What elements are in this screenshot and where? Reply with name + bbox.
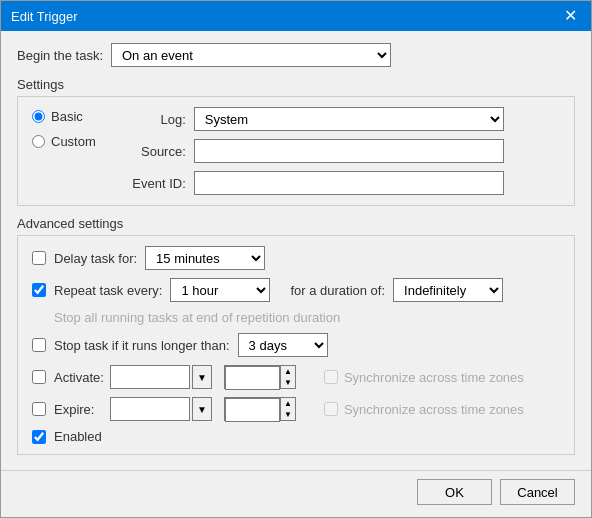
- repeat-select[interactable]: 1 hour 30 minutes 2 hours: [170, 278, 270, 302]
- stop-msg-row: Stop all running tasks at end of repetit…: [54, 310, 560, 325]
- advanced-label: Advanced settings: [17, 216, 575, 231]
- repeat-label[interactable]: Repeat task every:: [54, 283, 162, 298]
- delay-checkbox[interactable]: [32, 251, 46, 265]
- log-select[interactable]: System Application Security: [194, 107, 504, 131]
- activate-row: Activate: 09.03.2019 ▼ 01:15:51 ▲ ▼: [32, 365, 560, 389]
- begin-task-row: Begin the task: On an event On a schedul…: [17, 43, 575, 67]
- expire-calendar-btn[interactable]: ▼: [192, 397, 212, 421]
- expire-time-input[interactable]: 01:15:51: [225, 398, 280, 422]
- expire-date-input[interactable]: 09.03.2020: [110, 397, 190, 421]
- enabled-row: Enabled: [32, 429, 560, 444]
- expire-sync-checkbox[interactable]: [324, 402, 338, 416]
- expire-sync-row: Synchronize across time zones: [324, 402, 524, 417]
- eventid-label: Event ID:: [116, 176, 186, 191]
- ok-button[interactable]: OK: [417, 479, 492, 505]
- stop-longer-checkbox[interactable]: [32, 338, 46, 352]
- duration-label: for a duration of:: [290, 283, 385, 298]
- expire-date-wrapper: 09.03.2020 ▼: [110, 397, 212, 421]
- stop-longer-row: Stop task if it runs longer than: 3 days…: [32, 333, 560, 357]
- expire-row: Expire: 09.03.2020 ▼ 01:15:51 ▲ ▼: [32, 397, 560, 421]
- activate-sync-row: Synchronize across time zones: [324, 370, 524, 385]
- custom-radio-row: Custom: [32, 134, 96, 149]
- activate-sync-label: Synchronize across time zones: [344, 370, 524, 385]
- activate-time-input[interactable]: 01:15:51: [225, 366, 280, 390]
- cancel-button[interactable]: Cancel: [500, 479, 575, 505]
- delay-row: Delay task for: 15 minutes 30 minutes 1 …: [32, 246, 560, 270]
- begin-task-select[interactable]: On an event On a schedule At log on At s…: [111, 43, 391, 67]
- expire-time-wrapper: 01:15:51 ▲ ▼: [224, 397, 296, 421]
- expire-time-spin: ▲ ▼: [280, 398, 295, 420]
- settings-inner: Basic Custom Log: System: [32, 107, 560, 195]
- settings-form: Log: System Application Security Source:…: [116, 107, 504, 195]
- activate-label[interactable]: Activate:: [54, 370, 102, 385]
- expire-checkbox[interactable]: [32, 402, 46, 416]
- enabled-label[interactable]: Enabled: [54, 429, 102, 444]
- enabled-checkbox[interactable]: [32, 430, 46, 444]
- activate-date-input[interactable]: 09.03.2019: [110, 365, 190, 389]
- source-label: Source:: [116, 144, 186, 159]
- source-input[interactable]: Power-Troubleshooter: [194, 139, 504, 163]
- activate-calendar-btn[interactable]: ▼: [192, 365, 212, 389]
- basic-label[interactable]: Basic: [51, 109, 83, 124]
- source-row: Source: Power-Troubleshooter: [116, 139, 504, 163]
- activate-time-down[interactable]: ▼: [281, 377, 295, 388]
- log-row: Log: System Application Security: [116, 107, 504, 131]
- log-label: Log:: [116, 112, 186, 127]
- advanced-box: Delay task for: 15 minutes 30 minutes 1 …: [17, 235, 575, 455]
- eventid-input[interactable]: 1: [194, 171, 504, 195]
- basic-radio[interactable]: [32, 110, 45, 123]
- advanced-section: Advanced settings Delay task for: 15 min…: [17, 216, 575, 455]
- expire-sync-label: Synchronize across time zones: [344, 402, 524, 417]
- stop-longer-select[interactable]: 3 days 1 day 1 hour: [238, 333, 328, 357]
- stop-longer-label[interactable]: Stop task if it runs longer than:: [54, 338, 230, 353]
- radio-col: Basic Custom: [32, 107, 96, 195]
- delay-label[interactable]: Delay task for:: [54, 251, 137, 266]
- settings-section: Settings Basic Custom: [17, 77, 575, 206]
- activate-sync-checkbox[interactable]: [324, 370, 338, 384]
- custom-radio[interactable]: [32, 135, 45, 148]
- expire-time-up[interactable]: ▲: [281, 398, 295, 409]
- delay-select[interactable]: 15 minutes 30 minutes 1 hour: [145, 246, 265, 270]
- begin-task-label: Begin the task:: [17, 48, 103, 63]
- dialog-footer: OK Cancel: [1, 470, 591, 517]
- basic-radio-row: Basic: [32, 109, 96, 124]
- dialog-content: Begin the task: On an event On a schedul…: [1, 31, 591, 470]
- duration-select[interactable]: Indefinitely 1 hour 30 minutes: [393, 278, 503, 302]
- title-bar: Edit Trigger ✕: [1, 1, 591, 31]
- activate-time-spin: ▲ ▼: [280, 366, 295, 388]
- expire-time-down[interactable]: ▼: [281, 409, 295, 420]
- custom-label[interactable]: Custom: [51, 134, 96, 149]
- activate-checkbox[interactable]: [32, 370, 46, 384]
- repeat-row: Repeat task every: 1 hour 30 minutes 2 h…: [32, 278, 560, 302]
- stop-msg-text: Stop all running tasks at end of repetit…: [54, 310, 340, 325]
- settings-box: Basic Custom Log: System: [17, 96, 575, 206]
- repeat-checkbox[interactable]: [32, 283, 46, 297]
- activate-date-wrapper: 09.03.2019 ▼: [110, 365, 212, 389]
- edit-trigger-dialog: Edit Trigger ✕ Begin the task: On an eve…: [0, 0, 592, 518]
- settings-label: Settings: [17, 77, 575, 92]
- activate-time-up[interactable]: ▲: [281, 366, 295, 377]
- activate-time-wrapper: 01:15:51 ▲ ▼: [224, 365, 296, 389]
- close-button[interactable]: ✕: [560, 8, 581, 24]
- eventid-row: Event ID: 1: [116, 171, 504, 195]
- expire-label[interactable]: Expire:: [54, 402, 102, 417]
- dialog-title: Edit Trigger: [11, 9, 77, 24]
